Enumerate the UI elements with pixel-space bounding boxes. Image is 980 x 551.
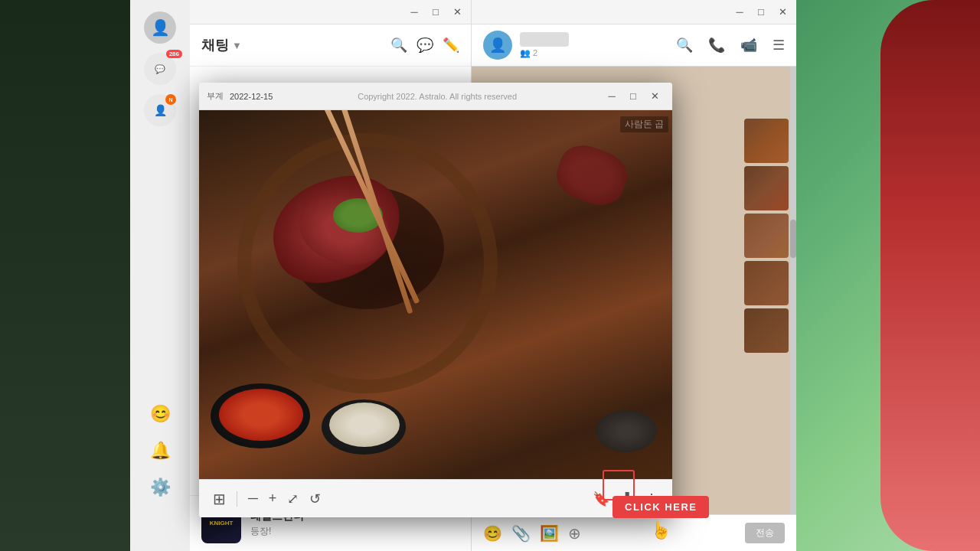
click-here-annotation: CLICK HERE ☝ (612, 496, 709, 540)
chat-right-name (520, 32, 569, 47)
scrollbar-track[interactable] (790, 67, 796, 518)
chat-right-header: 👤 👥 2 🔍 📞 📹 ☰ (472, 24, 796, 67)
settings-icon[interactable]: ⚙️ (150, 478, 171, 497)
thumbnail-2[interactable] (744, 166, 789, 210)
chat-emoji-btn[interactable]: 😊 (483, 524, 502, 543)
right-accent-decoration (880, 0, 980, 551)
click-here-button[interactable]: CLICK HERE (612, 496, 709, 518)
viewer-zoom-in-btn[interactable]: + (266, 487, 280, 510)
viewer-grid-btn[interactable]: ⊞ (210, 487, 229, 511)
right-search-icon[interactable]: 🔍 (676, 37, 693, 54)
chat-list-titlebar: ─ □ ✕ (190, 0, 471, 24)
chat-right-name-area: 👥 2 (520, 32, 569, 58)
viewer-minimize-btn[interactable]: ─ (602, 88, 622, 105)
chat-attach-btn[interactable]: 📎 (511, 524, 531, 543)
viewer-title-bar: 부계 2022-12-15 Copyright 2022. Astralo. A… (199, 83, 672, 110)
scrollbar-thumb[interactable] (790, 220, 796, 258)
viewer-zoom-out-btn[interactable]: ─ (245, 487, 261, 510)
viewer-maximize-btn[interactable]: □ (623, 88, 643, 105)
chat-right-minimize-btn[interactable]: ─ (729, 2, 750, 23)
right-video-icon[interactable]: 📹 (740, 37, 757, 54)
viewer-rotate-btn[interactable]: ↺ (306, 487, 324, 510)
sidebar-avatar: 👤 (144, 11, 176, 44)
chat-more-btn[interactable]: ⊕ (568, 524, 581, 543)
chat-title: 채팅 (201, 36, 229, 54)
chat-search-icon[interactable]: 🔍 (390, 37, 407, 54)
thumbnail-1[interactable] (744, 119, 789, 163)
cursor-icon: ☝ (651, 520, 671, 540)
viewer-image-area: 사람돈 곱 (199, 110, 672, 479)
chat-bubble-icon[interactable]: 💬 (416, 37, 433, 54)
viewer-copyright: Copyright 2022. Astralo. All rights rese… (273, 92, 602, 101)
sidebar-bottom-icons: 😊 🔔 ⚙️ (150, 404, 171, 497)
chat-list-header: 채팅 ▼ 🔍 💬 ✏️ (190, 24, 471, 67)
viewer-close-btn[interactable]: ✕ (645, 88, 665, 105)
viewer-date: 2022-12-15 (230, 92, 273, 101)
food-image: 사람돈 곱 (199, 110, 672, 479)
chat-compose-icon[interactable]: ✏️ (443, 37, 459, 54)
chat-item-preview: 등장! (250, 525, 459, 538)
sidebar-item-chats[interactable]: 💬 286 (144, 53, 176, 85)
chat-badge: 286 (166, 50, 182, 58)
image-watermark: 사람돈 곱 (620, 116, 668, 132)
thumbnail-3[interactable] (744, 214, 789, 258)
chat-participant-count: 👥 2 (520, 48, 569, 58)
viewer-date-label: 부계 (207, 90, 224, 102)
chat-dropdown-arrow[interactable]: ▼ (232, 40, 242, 51)
right-call-icon[interactable]: 📞 (708, 37, 725, 54)
bell-icon[interactable]: 🔔 (150, 441, 171, 461)
sidebar: 👤 💬 286 👤 N 😊 🔔 ⚙️ (130, 0, 190, 551)
viewer-fullscreen-btn[interactable]: ⤢ (284, 487, 302, 510)
image-viewer-modal: 부계 2022-12-15 Copyright 2022. Astralo. A… (199, 83, 672, 517)
chat-right-avatar: 👤 (483, 31, 512, 60)
viewer-win-controls: ─ □ ✕ (602, 88, 665, 105)
chat-list-minimize-btn[interactable]: ─ (403, 2, 425, 23)
viewer-bookmark-btn[interactable]: 🔖 (590, 487, 612, 510)
send-button[interactable]: 전송 (745, 523, 785, 543)
chat-list-close-btn[interactable]: ✕ (446, 2, 468, 23)
thumbnail-5[interactable] (744, 308, 789, 353)
viewer-title-left: 부계 2022-12-15 (207, 90, 273, 102)
chat-right-titlebar: ─ □ ✕ (472, 0, 796, 24)
chat-right-close-btn[interactable]: ✕ (772, 2, 793, 23)
chat-list-maximize-btn[interactable]: □ (425, 2, 446, 23)
chat-right-maximize-btn[interactable]: □ (750, 2, 772, 23)
thumbnail-strip (744, 119, 789, 353)
viewer-toolbar: ⊞ ─ + ⤢ ↺ 🔖 ⬇ ⋮ (199, 479, 672, 517)
right-menu-icon[interactable]: ☰ (773, 37, 785, 54)
emoji-icon[interactable]: 😊 (150, 404, 171, 424)
thumbnail-4[interactable] (744, 261, 789, 305)
chat-image-btn[interactable]: 🖼️ (540, 524, 559, 543)
sidebar-item-new[interactable]: 👤 N (144, 94, 176, 126)
n-badge: N (165, 94, 176, 105)
